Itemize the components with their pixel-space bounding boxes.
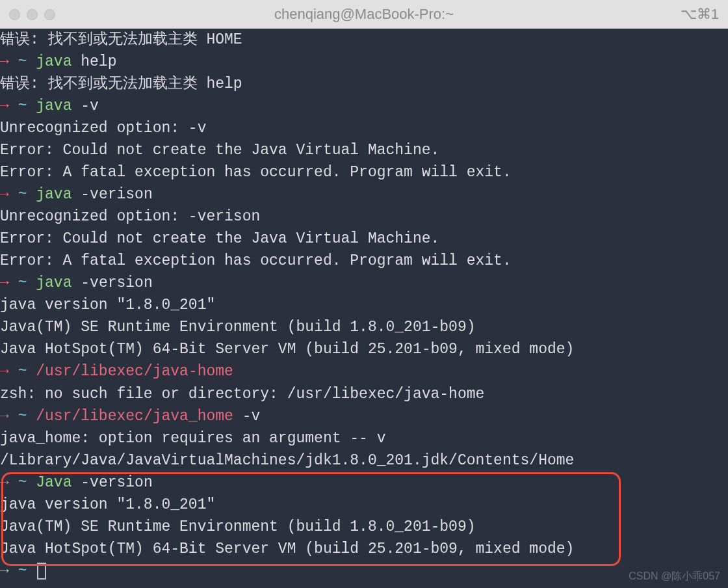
maximize-window-button[interactable]	[44, 9, 55, 20]
command-args: help	[72, 53, 116, 70]
terminal-line: Java(TM) SE Runtime Environment (build 1…	[0, 516, 728, 538]
prompt-arrow-icon: →	[0, 186, 9, 203]
output-text: 错误: 找不到或无法加载主类 help	[0, 75, 242, 92]
output-text: Java(TM) SE Runtime Environment (build 1…	[0, 518, 476, 535]
prompt-cwd: ~	[18, 274, 27, 291]
terminal-line: → ~ /usr/libexec/java-home	[0, 360, 728, 382]
prompt-cwd: ~	[18, 474, 27, 491]
command-args: -verison	[72, 186, 152, 203]
minimize-window-button[interactable]	[27, 9, 38, 20]
terminal-line: Unrecognized option: -verison	[0, 206, 728, 228]
command-name: java	[36, 98, 72, 114]
command-name: java	[36, 274, 72, 291]
command-args: -v	[72, 98, 98, 114]
terminal-line: Error: Could not create the Java Virtual…	[0, 139, 728, 161]
watermark-text: CSDN @陈小乖057	[629, 568, 720, 584]
prompt-arrow-icon: →	[0, 474, 9, 491]
command-name: java	[36, 186, 72, 203]
output-text: Java HotSpot(TM) 64-Bit Server VM (build…	[0, 341, 574, 358]
prompt-cwd: ~	[18, 408, 27, 425]
terminal-line: → ~ /usr/libexec/java_home -v	[0, 405, 728, 427]
terminal-line: Java HotSpot(TM) 64-Bit Server VM (build…	[0, 538, 728, 560]
terminal-line: Unrecognized option: -v	[0, 117, 728, 139]
keyboard-shortcut-indicator: ⌥⌘1	[681, 4, 719, 25]
output-text: Unrecognized option: -v	[0, 120, 206, 137]
prompt-arrow-icon: →	[0, 274, 9, 291]
command-args: -version	[72, 474, 152, 491]
output-text: zsh: no such file or directory: /usr/lib…	[0, 386, 484, 403]
window-title: chenqiang@MacBook-Pro:~	[274, 4, 454, 25]
command-args: -v	[233, 408, 260, 425]
terminal-line: → ~ Java -version	[0, 472, 728, 494]
terminal-line: Error: A fatal exception has occurred. P…	[0, 161, 728, 183]
prompt-cwd: ~	[18, 186, 27, 203]
command-name: Java	[36, 474, 72, 491]
prompt-cwd: ~	[18, 363, 27, 380]
prompt-arrow-icon: →	[0, 563, 9, 580]
window-titlebar: chenqiang@MacBook-Pro:~ ⌥⌘1	[0, 0, 728, 29]
command-name: /usr/libexec/java-home	[36, 363, 233, 380]
terminal-output[interactable]: 错误: 找不到或无法加载主类 HOME→ ~ java help错误: 找不到或…	[0, 29, 728, 582]
terminal-line: → ~ java help	[0, 51, 728, 73]
terminal-line: 错误: 找不到或无法加载主类 HOME	[0, 29, 728, 51]
terminal-line: Error: A fatal exception has occurred. P…	[0, 250, 728, 272]
command-args: -version	[72, 274, 152, 291]
output-text: Error: A fatal exception has occurred. P…	[0, 252, 512, 269]
output-text: /Library/Java/JavaVirtualMachines/jdk1.8…	[0, 452, 574, 469]
terminal-line: → ~ java -v	[0, 95, 728, 117]
prompt-arrow-icon: →	[0, 363, 9, 380]
terminal-line: java version "1.8.0_201"	[0, 294, 728, 316]
prompt-cwd: ~	[18, 53, 27, 70]
prompt-arrow-icon: →	[0, 408, 9, 425]
terminal-line: /Library/Java/JavaVirtualMachines/jdk1.8…	[0, 449, 728, 472]
output-text: java version "1.8.0_201"	[0, 297, 215, 314]
terminal-line: Java HotSpot(TM) 64-Bit Server VM (build…	[0, 338, 728, 360]
output-text: Java HotSpot(TM) 64-Bit Server VM (build…	[0, 541, 574, 557]
close-window-button[interactable]	[9, 9, 20, 20]
output-text: Error: A fatal exception has occurred. P…	[0, 164, 512, 181]
terminal-line: zsh: no such file or directory: /usr/lib…	[0, 383, 728, 405]
prompt-arrow-icon: →	[0, 98, 9, 114]
traffic-lights	[9, 9, 55, 20]
terminal-line: → ~	[0, 560, 728, 582]
prompt-cwd: ~	[18, 98, 27, 114]
terminal-line: → ~ java -version	[0, 272, 728, 294]
output-text: Error: Could not create the Java Virtual…	[0, 142, 439, 159]
terminal-line: 错误: 找不到或无法加载主类 help	[0, 73, 728, 95]
output-text: Error: Could not create the Java Virtual…	[0, 230, 439, 247]
terminal-line: Java(TM) SE Runtime Environment (build 1…	[0, 316, 728, 338]
output-text: Unrecognized option: -verison	[0, 208, 260, 225]
cursor-icon	[37, 563, 46, 580]
prompt-cwd: ~	[18, 563, 27, 580]
terminal-line: Error: Could not create the Java Virtual…	[0, 228, 728, 250]
terminal-line: java version "1.8.0_201"	[0, 494, 728, 516]
output-text: java version "1.8.0_201"	[0, 496, 215, 513]
output-text: java_home: option requires an argument -…	[0, 430, 386, 447]
output-text: Java(TM) SE Runtime Environment (build 1…	[0, 319, 476, 336]
terminal-line: java_home: option requires an argument -…	[0, 427, 728, 449]
prompt-arrow-icon: →	[0, 53, 9, 70]
command-name: java	[36, 53, 72, 70]
command-name: /usr/libexec/java_home	[36, 408, 233, 425]
output-text: 错误: 找不到或无法加载主类 HOME	[0, 31, 242, 48]
terminal-line: → ~ java -verison	[0, 183, 728, 206]
